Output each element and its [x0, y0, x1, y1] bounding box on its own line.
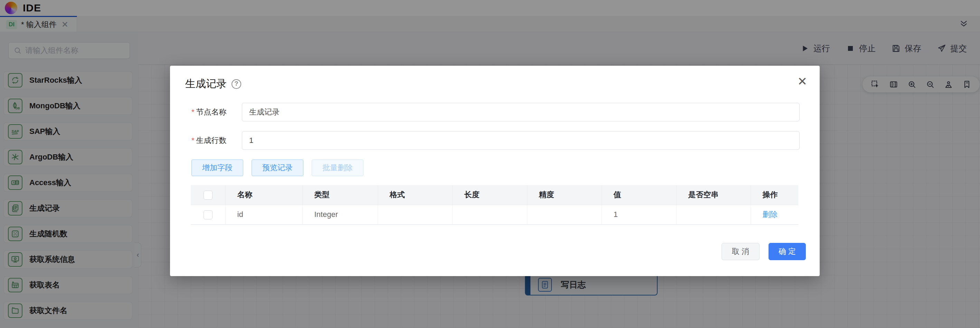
dialog-header: 生成记录 ? [185, 77, 806, 91]
help-icon[interactable]: ? [232, 79, 241, 89]
table-cell [452, 205, 527, 224]
table-header-row: 名称类型格式长度精度值是否空串操作 [191, 185, 798, 205]
batch-delete-button[interactable]: 批量删除 [312, 160, 364, 176]
field-label: *节点名称 [191, 107, 234, 117]
confirm-button[interactable]: 确 定 [768, 243, 806, 260]
app-root: IDE DI * 输入组件 ✕ StarRocks输入 DB MongoDB输入… [0, 0, 980, 328]
fields-table: 名称类型格式长度精度值是否空串操作 idInteger1删除 [191, 185, 798, 225]
delete-row-link[interactable]: 删除 [763, 210, 778, 219]
table-cell [676, 205, 751, 224]
column-header: 格式 [378, 185, 452, 205]
generate-records-dialog: 生成记录 ? ✕ *节点名称 *生成行数 增加字段预览记录批量删除 名称类型格式… [170, 66, 820, 276]
add-field-button[interactable]: 增加字段 [191, 160, 243, 176]
column-header: 操作 [751, 185, 798, 205]
column-header: 名称 [225, 185, 302, 205]
column-header: 类型 [302, 185, 378, 205]
form-row-node-name: *节点名称 [191, 103, 800, 122]
select-all-checkbox[interactable] [204, 190, 213, 200]
dialog-form: *节点名称 *生成行数 [185, 103, 806, 150]
row-count-input[interactable] [242, 131, 800, 150]
column-header: 值 [601, 185, 676, 205]
preview-record-button[interactable]: 预览记录 [251, 160, 304, 176]
form-row-row-count: *生成行数 [191, 131, 800, 150]
dialog-footer: 取 消 确 定 [185, 243, 806, 260]
table-row: idInteger1删除 [191, 205, 798, 224]
table-cell [378, 205, 452, 224]
table-cell: Integer [302, 205, 378, 224]
cancel-button[interactable]: 取 消 [722, 243, 759, 260]
table-cell: 1 [601, 205, 676, 224]
field-label: *生成行数 [191, 135, 234, 146]
field-actions: 增加字段预览记录批量删除 [191, 160, 806, 176]
dialog-close-icon[interactable]: ✕ [797, 75, 808, 87]
column-header: 精度 [527, 185, 601, 205]
node-name-input[interactable] [242, 103, 800, 122]
dialog-title: 生成记录 [185, 77, 227, 91]
column-header: 长度 [452, 185, 527, 205]
row-checkbox[interactable] [204, 210, 213, 219]
column-header: 是否空串 [676, 185, 751, 205]
table-cell [527, 205, 601, 224]
table-cell: id [225, 205, 302, 224]
